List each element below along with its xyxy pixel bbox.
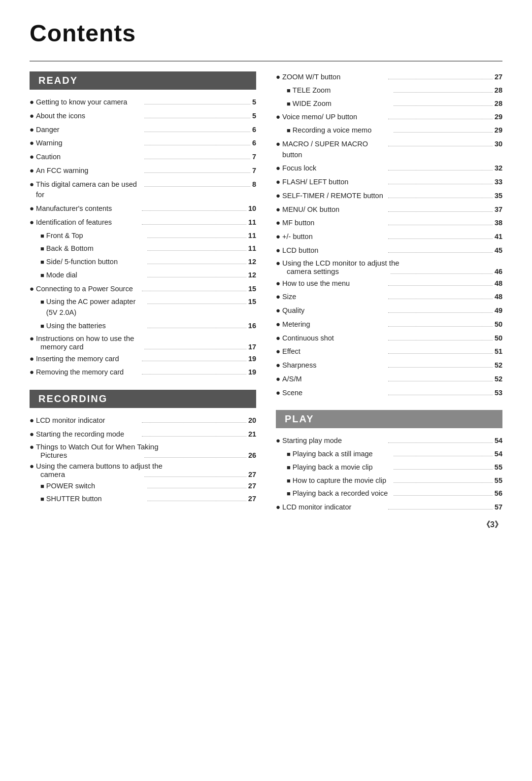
item-label: Sharpness (282, 360, 386, 371)
item-label: Back & Bottom (46, 243, 145, 254)
page-num: 57 (495, 502, 502, 513)
two-column-layout: READY ● Getting to know your camera 5 ● … (30, 71, 502, 515)
list-item: ● Manufacturer's contents 10 (30, 203, 256, 214)
page-num: 26 (248, 451, 256, 459)
list-item: ● Getting to know your camera 5 (30, 97, 256, 108)
dot-leader (388, 367, 492, 368)
page-num: 27 (495, 72, 502, 83)
page-num: 55 (495, 475, 502, 486)
bullet: ■ (287, 86, 291, 96)
list-item: ■ WIDE Zoom 28 (276, 99, 502, 109)
page-num: 37 (495, 204, 502, 215)
page-num: 48 (495, 278, 502, 289)
item-label: Connecting to a Power Source (36, 284, 140, 295)
item-label: Starting the recording mode (36, 429, 140, 440)
item-label: Using the LCD monitor to adjust the (282, 259, 502, 267)
dot-leader (144, 145, 250, 145)
bullet: ● (30, 334, 34, 342)
bullet: ● (30, 442, 34, 451)
dot-leader (394, 105, 493, 106)
bullet: ● (30, 203, 34, 214)
page-num: 8 (252, 179, 256, 190)
dot-leader (388, 225, 492, 225)
dot-leader (394, 482, 493, 483)
list-item: ● Warning 6 (30, 137, 256, 149)
bullet: ● (276, 435, 280, 446)
dot-leader (144, 104, 250, 104)
recording-section: RECORDING ● LCD monitor indicator 20 ● S… (30, 390, 256, 505)
list-item: ● SELF-TIMER / REMOTE button 35 (276, 190, 502, 202)
play-header: PLAY (276, 410, 502, 428)
bullet: ■ (40, 481, 44, 491)
bullet: ● (276, 245, 280, 256)
item-label: Starting play mode (282, 436, 386, 446)
dot-leader (388, 285, 492, 286)
dot-leader (144, 349, 246, 349)
page-num: 11 (248, 243, 256, 254)
page-num: 41 (495, 232, 502, 242)
item-label: Warning (36, 138, 142, 149)
bullet: ■ (287, 476, 291, 486)
bullet: ● (276, 360, 280, 371)
page-num: 38 (495, 218, 502, 229)
item-label: MACRO / SUPER MACRO button (282, 139, 386, 161)
bullet: ● (30, 124, 34, 136)
item-label: MENU/ OK button (282, 204, 386, 215)
list-item: ■ Playing back a still image 54 (276, 449, 502, 460)
item-label: This digital camera can be used for (36, 179, 142, 201)
page-num: 27 (248, 481, 256, 492)
list-item: ■ TELE Zoom 28 (276, 85, 502, 96)
item-label: LCD monitor indicator (282, 502, 386, 513)
bullet: ■ (287, 449, 291, 459)
list-item: ● This digital camera can be used for 8 (30, 179, 256, 201)
item-label: Pictures (40, 451, 142, 459)
item-label: TELE Zoom (293, 85, 392, 96)
bullet: ■ (40, 271, 44, 280)
list-item: ● Scene 53 (276, 387, 502, 399)
item-label: POWER switch (46, 481, 145, 492)
bullet: ● (30, 165, 34, 176)
page-num: 30 (495, 139, 502, 150)
list-item: ● Using the LCD monitor to adjust the ca… (276, 259, 502, 275)
item-label: +/- button (282, 232, 386, 242)
page-num: 15 (248, 284, 256, 295)
list-item: ● MF button 38 (276, 217, 502, 229)
list-item: ● Things to Watch Out for When Taking Pi… (30, 442, 256, 459)
list-item: ■ Playing back a recorded voice 56 (276, 488, 502, 499)
left-column: READY ● Getting to know your camera 5 ● … (30, 71, 256, 515)
page-num: 49 (495, 306, 502, 316)
item-label: Playing back a still image (293, 449, 392, 460)
page-number-corner: 《3》 (482, 520, 502, 530)
item-label: Mode dial (46, 270, 145, 281)
bullet: ● (276, 305, 280, 316)
dot-leader (388, 509, 492, 509)
list-item: ● MACRO / SUPER MACRO button 30 (276, 138, 502, 161)
bullet: ● (30, 217, 34, 228)
dot-leader (147, 277, 246, 277)
page-num: 45 (495, 245, 502, 256)
page-num: 11 (248, 231, 256, 241)
list-item: ● An FCC warning 7 (30, 165, 256, 176)
bullet: ■ (40, 494, 44, 504)
bullet: ■ (287, 126, 291, 136)
item-label: Continuous shot (282, 333, 386, 344)
dot-leader (388, 353, 492, 354)
item-label: Things to Watch Out for When Taking (36, 442, 256, 451)
list-item: ■ Side/ 5-function button 12 (30, 257, 256, 268)
dot-leader (388, 211, 492, 212)
item-label: WIDE Zoom (293, 99, 392, 109)
right-column: ● ZOOM W/T button 27 ■ TELE Zoom 28 ■ WI… (276, 71, 502, 515)
list-item: ● Caution 7 (30, 151, 256, 163)
list-item: ● Using the camera buttons to adjust the… (30, 462, 256, 478)
list-item: ● Instructions on how to use the memory … (30, 334, 256, 351)
item-label: Using the batteries (46, 321, 145, 332)
bullet: ■ (40, 297, 44, 307)
item-label: memory card (40, 342, 142, 351)
page-num: 17 (248, 343, 256, 351)
bullet: ● (276, 333, 280, 344)
bullet: ■ (40, 244, 44, 254)
item-label: Playing back a recorded voice (293, 488, 392, 499)
item-label: SELF-TIMER / REMOTE button (282, 191, 386, 202)
item-label: camera settings (287, 267, 389, 275)
bullet: ● (276, 259, 280, 267)
